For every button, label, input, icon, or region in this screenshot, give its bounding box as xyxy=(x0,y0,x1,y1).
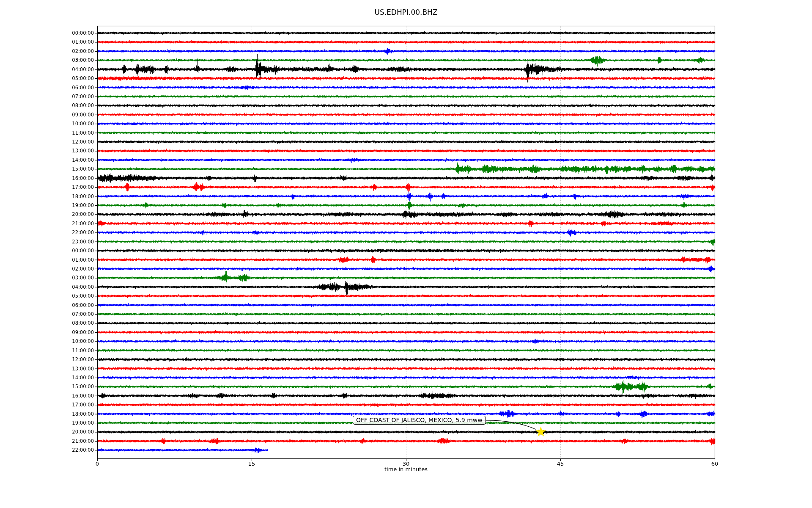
trace-time-label: 14:00:00 xyxy=(0,375,94,381)
x-tick-label: 45 xyxy=(548,461,573,467)
trace-time-label: 23:00:00 xyxy=(0,239,94,245)
trace-time-label: 17:00:00 xyxy=(0,184,94,190)
trace-time-label: 11:00:00 xyxy=(0,348,94,353)
trace-time-label: 08:00:00 xyxy=(0,320,94,326)
trace-time-label: 00:00:00 xyxy=(0,248,94,254)
helicorder-figure: US.EDHPI.00.BHZ time in minutes 00:00:00… xyxy=(0,0,812,508)
trace-time-label: 08:00:00 xyxy=(0,102,94,108)
trace-time-label: 14:00:00 xyxy=(0,157,94,163)
trace-time-label: 10:00:00 xyxy=(0,121,94,127)
x-tick-label: 60 xyxy=(702,461,727,467)
trace-time-label: 04:00:00 xyxy=(0,66,94,72)
x-tick-label: 30 xyxy=(393,461,419,467)
trace-time-label: 19:00:00 xyxy=(0,420,94,426)
trace-time-label: 20:00:00 xyxy=(0,429,94,435)
trace-time-label: 11:00:00 xyxy=(0,130,94,136)
trace-time-label: 13:00:00 xyxy=(0,366,94,372)
trace-time-label: 22:00:00 xyxy=(0,447,94,453)
x-axis-label: time in minutes xyxy=(0,466,812,472)
trace-time-label: 03:00:00 xyxy=(0,275,94,281)
trace-time-label: 18:00:00 xyxy=(0,193,94,199)
trace-time-label: 09:00:00 xyxy=(0,112,94,118)
trace-time-label: 13:00:00 xyxy=(0,148,94,154)
trace-time-label: 06:00:00 xyxy=(0,302,94,308)
trace-time-label: 22:00:00 xyxy=(0,229,94,235)
trace-time-label: 15:00:00 xyxy=(0,166,94,172)
trace-time-label: 01:00:00 xyxy=(0,257,94,263)
trace-time-label: 04:00:00 xyxy=(0,284,94,290)
trace-time-label: 20:00:00 xyxy=(0,211,94,217)
trace-time-label: 21:00:00 xyxy=(0,438,94,444)
trace-time-label: 01:00:00 xyxy=(0,39,94,45)
trace-time-label: 18:00:00 xyxy=(0,411,94,417)
trace-time-label: 17:00:00 xyxy=(0,402,94,408)
trace-time-label: 07:00:00 xyxy=(0,311,94,317)
x-tick-label: 0 xyxy=(85,461,110,467)
earthquake-annotation: OFF COAST OF JALISCO, MEXICO, 5.9 mww xyxy=(353,416,486,425)
trace-time-label: 05:00:00 xyxy=(0,293,94,299)
seismogram-plot-canvas xyxy=(0,0,812,508)
trace-time-label: 05:00:00 xyxy=(0,75,94,81)
trace-time-label: 02:00:00 xyxy=(0,266,94,272)
trace-time-label: 10:00:00 xyxy=(0,338,94,344)
trace-time-label: 12:00:00 xyxy=(0,356,94,362)
trace-time-label: 02:00:00 xyxy=(0,48,94,54)
x-tick-label: 15 xyxy=(239,461,264,467)
trace-time-label: 12:00:00 xyxy=(0,139,94,145)
trace-time-label: 03:00:00 xyxy=(0,57,94,63)
trace-time-label: 09:00:00 xyxy=(0,329,94,335)
trace-time-label: 16:00:00 xyxy=(0,393,94,399)
trace-time-label: 16:00:00 xyxy=(0,175,94,181)
trace-time-label: 15:00:00 xyxy=(0,384,94,389)
trace-time-label: 21:00:00 xyxy=(0,221,94,226)
trace-time-label: 19:00:00 xyxy=(0,202,94,208)
trace-time-label: 00:00:00 xyxy=(0,30,94,36)
plot-title: US.EDHPI.00.BHZ xyxy=(0,8,812,17)
trace-time-label: 07:00:00 xyxy=(0,94,94,99)
trace-time-label: 06:00:00 xyxy=(0,85,94,91)
